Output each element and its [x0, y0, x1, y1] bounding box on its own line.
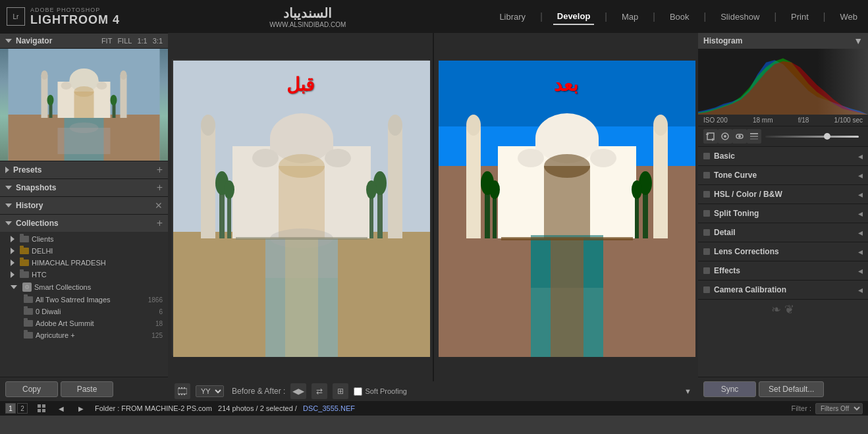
nav-map[interactable]: Map [618, 9, 642, 24]
snapshots-header[interactable]: Snapshots + [0, 179, 168, 196]
page-2-indicator[interactable]: 2 [17, 403, 28, 414]
tone-curve-toggle [703, 172, 710, 178]
svg-rect-76 [178, 394, 180, 395]
presets-toggle-icon [5, 167, 9, 173]
basic-header[interactable]: Basic ◂ [698, 147, 868, 165]
svg-point-19 [70, 122, 99, 133]
svg-rect-44 [285, 238, 318, 357]
before-svg [173, 61, 430, 357]
sync-button[interactable]: Sync [703, 381, 756, 397]
nav-print[interactable]: Print [787, 9, 813, 24]
watermark-url: WWW.ALSINDIBAD.COM [269, 21, 346, 28]
prev-photo-button[interactable]: ◀ [55, 402, 67, 414]
navigator-thumbnail[interactable] [0, 49, 168, 161]
exposure-slider-thumb[interactable] [824, 133, 830, 140]
graduated-filter-tool[interactable] [747, 129, 761, 144]
svg-rect-32 [388, 126, 402, 238]
grid-view-button[interactable] [36, 402, 47, 414]
watermark-arabic: السنديباد [283, 5, 332, 21]
filename: DSC_3555.NEF [303, 404, 355, 412]
red-eye-tool[interactable] [732, 129, 747, 144]
before-arabic-label: قبل [286, 74, 314, 95]
collection-item-all-two[interactable]: All Two Satrred Images 1866 [0, 294, 168, 306]
collections-section: Collections + Clients DELHI [0, 214, 168, 377]
histogram-expand-icon[interactable]: ▼ [854, 36, 863, 46]
swap-views-button[interactable]: ◀▶ [290, 383, 306, 399]
htc-folder-icon [20, 271, 29, 278]
arrange-button[interactable]: ⊞ [333, 383, 348, 399]
nav-develop[interactable]: Develop [553, 9, 595, 25]
presets-add-button[interactable]: + [157, 165, 163, 175]
collection-item-delhi[interactable]: DELHI [0, 245, 168, 257]
crop-tool[interactable] [703, 129, 718, 144]
collection-item-himachal[interactable]: HIMACHAL PRADESH [0, 257, 168, 269]
filter-select[interactable]: Filters Off [815, 403, 863, 414]
loupe-info-dropdown[interactable]: ▼ [684, 387, 692, 395]
tone-curve-header[interactable]: Tone Curve ◂ [698, 166, 868, 184]
app-name: LIGHTROOM 4 [30, 13, 120, 27]
hsl-header[interactable]: HSL / Color / B&W ◂ [698, 185, 868, 203]
history-close-button[interactable]: ✕ [155, 200, 163, 211]
history-header[interactable]: History ✕ [0, 197, 168, 214]
collections-header[interactable]: Collections + [0, 215, 168, 232]
paste-button[interactable]: Paste [61, 381, 113, 397]
detail-header[interactable]: Detail ◂ [698, 223, 868, 242]
svg-point-53 [518, 149, 544, 167]
collection-item-clients[interactable]: Clients [0, 233, 168, 245]
lens-corrections-header[interactable]: Lens Corrections ◂ [698, 242, 868, 261]
basic-toggle [703, 153, 710, 159]
spot-removal-tool[interactable] [718, 129, 732, 144]
zoom-1-1[interactable]: 1:1 [137, 37, 147, 45]
adobe-label: ADOBE PHOTOSHOP [30, 7, 120, 13]
collection-item-adobe-summit[interactable]: Adobe Art Summit 18 [0, 317, 168, 329]
exposure-slider[interactable] [765, 136, 859, 138]
soft-proofing-checkbox-area[interactable]: Soft Proofing [354, 387, 407, 396]
grid-icon [38, 404, 45, 412]
nav-book[interactable]: Book [666, 9, 693, 24]
snapshots-add-button[interactable]: + [157, 182, 163, 193]
svg-rect-25 [270, 138, 333, 151]
svg-rect-71 [501, 237, 633, 240]
ornament-decoration: ❧ ❦ [698, 300, 868, 319]
zoom-3-1[interactable]: 3:1 [153, 37, 163, 45]
svg-point-13 [74, 86, 94, 97]
nav-web[interactable]: Web [836, 9, 861, 24]
navigator-header[interactable]: Navigator FIT FILL 1:1 3:1 [0, 34, 168, 49]
set-defaults-button[interactable]: Set Default... [759, 381, 824, 397]
lr-badge-text: Lr [13, 13, 19, 20]
collection-item-agriculture[interactable]: Agricuture + 125 [0, 329, 168, 341]
presets-header[interactable]: Presets + [0, 161, 168, 178]
copy-settings-button[interactable]: ⇄ [312, 383, 327, 399]
exif-focal: 18 mm [753, 117, 773, 124]
basic-section: Basic ◂ [698, 147, 868, 166]
collections-add-button[interactable]: + [157, 218, 163, 229]
collection-item-smart[interactable]: ⚙ Smart Collections [0, 281, 168, 294]
zoom-fit[interactable]: FIT [101, 37, 113, 45]
camera-calibration-header[interactable]: Camera Calibration ◂ [698, 281, 868, 299]
exif-iso: ISO 200 [703, 117, 728, 124]
history-section: History ✕ [0, 196, 168, 214]
nav-slideshow[interactable]: Slideshow [717, 9, 763, 24]
copy-button[interactable]: Copy [5, 381, 58, 397]
split-toning-header[interactable]: Split Toning ◂ [698, 204, 868, 223]
svg-rect-89 [38, 404, 41, 408]
himachal-label: HIMACHAL PRADESH [32, 259, 163, 267]
diwali-label: 0 Diwali [36, 308, 156, 315]
before-after-mode-select[interactable]: YY [196, 385, 224, 397]
filmstrip-toggle-button[interactable] [175, 383, 190, 399]
collection-item-diwali[interactable]: 0 Diwali 6 [0, 306, 168, 317]
lr-badge: Lr [7, 7, 25, 26]
hsl-section: HSL / Color / B&W ◂ [698, 185, 868, 204]
nav-library[interactable]: Library [495, 9, 529, 24]
effects-header[interactable]: Effects ◂ [698, 261, 868, 280]
adobe-summit-icon [24, 320, 33, 327]
svg-point-54 [590, 149, 616, 167]
page-1-indicator[interactable]: 1 [5, 403, 16, 414]
himachal-expand-icon [11, 259, 14, 266]
soft-proofing-checkbox[interactable] [354, 387, 362, 396]
zoom-fill[interactable]: FILL [117, 37, 132, 45]
collection-item-htc[interactable]: HTC [0, 269, 168, 281]
next-photo-button[interactable]: ▶ [75, 402, 87, 414]
svg-rect-75 [184, 387, 185, 389]
delhi-folder-icon [20, 248, 29, 254]
